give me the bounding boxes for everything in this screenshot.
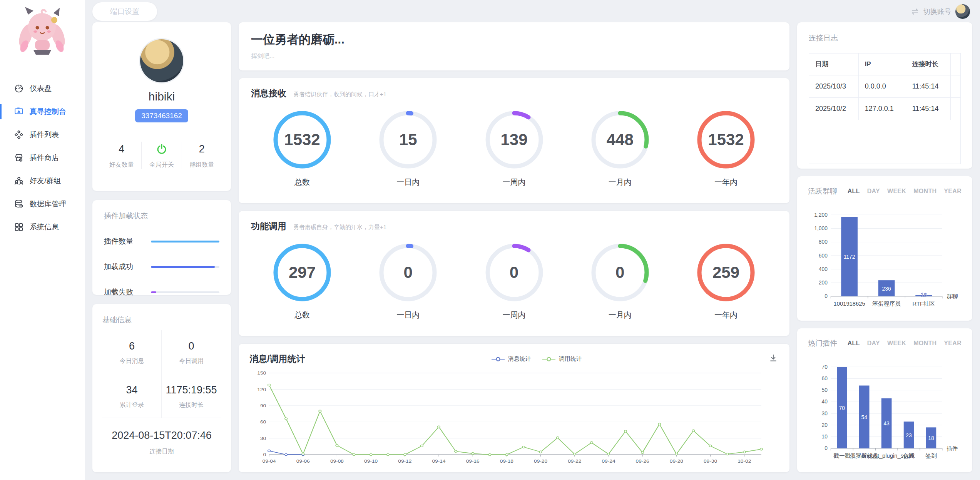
legend-line-icon <box>491 356 505 362</box>
uid-badge: 3373463162 <box>135 109 188 122</box>
svg-text:400: 400 <box>819 266 828 272</box>
svg-text:09-24: 09-24 <box>602 459 615 464</box>
stat-ring: 0一周内 <box>485 244 543 320</box>
sidebar-item-label: 插件列表 <box>30 130 59 140</box>
tab-day[interactable]: DAY <box>867 340 880 347</box>
svg-text:0: 0 <box>263 452 266 457</box>
ring-label: 一月内 <box>591 310 649 320</box>
basic-info-grid: 6今日消息0今日调用34累计登录1175:19:55连接时长 <box>102 330 221 418</box>
ring-value: 15 <box>379 111 437 169</box>
system-icon <box>14 222 24 232</box>
tab-week[interactable]: WEEK <box>887 340 906 347</box>
ring-label: 一周内 <box>485 310 543 320</box>
svg-text:23: 23 <box>906 432 912 438</box>
sidebar-item-dashboard[interactable]: 仪表盘 <box>0 77 85 100</box>
svg-text:30: 30 <box>822 410 828 416</box>
global-switch[interactable]: 全局开关 <box>141 142 181 169</box>
stat-value: 0 <box>162 340 221 352</box>
stat-ring: 448一月内 <box>591 111 649 187</box>
active-groups-chart: 02004006008001,0001,20011721001918625236… <box>808 202 962 317</box>
sidebar-item-label: 好友/群组 <box>30 176 61 186</box>
hero-title: 一位勇者的磨砺... <box>251 32 777 48</box>
sidebar-item-console[interactable]: 真寻控制台 <box>0 100 85 123</box>
svg-text:插件: 插件 <box>947 445 958 452</box>
svg-text:签到: 签到 <box>925 452 937 458</box>
stat-value: 6 <box>102 340 161 352</box>
svg-text:18: 18 <box>928 435 934 441</box>
log-cell: 11:45:14 <box>906 97 950 120</box>
basic-info-title: 基础信息 <box>102 315 221 325</box>
tab-year[interactable]: YEAR <box>944 188 962 195</box>
ring-value: 1532 <box>273 111 331 169</box>
svg-text:200: 200 <box>819 279 828 286</box>
tab-year[interactable]: YEAR <box>944 340 962 347</box>
stat-label: 连接时长 <box>162 401 221 409</box>
sidebar-item-plugin-list[interactable]: 插件列表 <box>0 123 85 146</box>
stat-cell: 34累计登录 <box>102 374 162 418</box>
log-cell: 11:45:14 <box>906 75 950 97</box>
tab-all[interactable]: ALL <box>848 340 860 347</box>
friend-count-value: 4 <box>102 142 141 156</box>
svg-text:1172: 1172 <box>844 254 855 260</box>
tab-all[interactable]: ALL <box>848 188 860 195</box>
ring-label: 一年内 <box>697 177 755 187</box>
log-cell: 127.0.0.1 <box>858 97 906 120</box>
tab-month[interactable]: MONTH <box>913 188 937 195</box>
feature-stats-card: 功能调用 勇者磨砺自身，辛勤的汗水，力量+1 297总数0一日内0一周内0一月内… <box>239 211 789 336</box>
ring-value: 0 <box>379 244 437 301</box>
hot-plugins-tabs: ALLDAYWEEKMONTHYEAR <box>848 340 962 347</box>
active-groups-title: 活跃群聊 <box>808 186 837 196</box>
tab-day[interactable]: DAY <box>867 188 880 195</box>
svg-text:09-20: 09-20 <box>534 459 547 464</box>
friend-count-label: 好友数量 <box>102 161 141 169</box>
svg-text:0: 0 <box>824 445 828 451</box>
svg-text:09-12: 09-12 <box>398 459 411 464</box>
legend-item-1[interactable]: 调用统计 <box>542 355 582 363</box>
switch-account-button[interactable]: 切换账号 <box>911 4 970 19</box>
progress-label: 加载成功 <box>104 262 151 272</box>
svg-text:1,200: 1,200 <box>814 212 828 218</box>
dashboard-icon <box>14 84 24 94</box>
sidebar-item-plugin-store[interactable]: 插件商店 <box>0 146 85 169</box>
legend-line-icon <box>542 356 556 362</box>
log-cell: 2025/10/2 <box>809 97 858 120</box>
progress-label: 加载失败 <box>104 287 151 297</box>
download-icon <box>769 354 778 363</box>
ring-value: 139 <box>485 111 543 169</box>
port-settings-button[interactable]: 端口设置 <box>92 2 157 21</box>
progress-label: 插件数量 <box>104 236 151 246</box>
plugin-status-card: 插件加载状态 插件数量加载成功加载失败 <box>92 200 231 295</box>
stat-ring: 297总数 <box>273 244 331 320</box>
svg-text:09-26: 09-26 <box>636 459 649 464</box>
svg-text:10: 10 <box>822 433 828 440</box>
hot-plugins-chart: 01020304050607070戳一戳54俄罗斯轮盘43nonebot_plu… <box>808 354 962 469</box>
ring-label: 一日内 <box>379 310 437 320</box>
sidebar-item-friends[interactable]: 好友/群组 <box>0 169 85 192</box>
group-count-value: 2 <box>182 142 222 156</box>
account-avatar[interactable] <box>955 4 970 19</box>
log-col-header: 日期 <box>809 54 858 75</box>
download-button[interactable] <box>768 353 779 365</box>
svg-text:1,000: 1,000 <box>814 225 828 231</box>
tab-month[interactable]: MONTH <box>913 340 937 347</box>
user-avatar[interactable] <box>140 39 183 82</box>
power-icon <box>156 143 167 155</box>
progress-track <box>151 266 219 268</box>
sidebar-item-database[interactable]: 数据库管理 <box>0 192 85 216</box>
progress-row: 加载成功 <box>104 262 219 272</box>
hero-subtitle: 挥剑吧... <box>251 52 777 60</box>
ring-value: 0 <box>485 244 543 301</box>
svg-text:20: 20 <box>822 421 828 428</box>
tab-week[interactable]: WEEK <box>887 188 906 195</box>
stat-cell: 0今日调用 <box>162 330 221 374</box>
plugin-list-icon <box>14 130 24 140</box>
friend-count-stat: 4 好友数量 <box>102 142 141 169</box>
ring-value: 448 <box>591 111 649 169</box>
stat-ring: 259一年内 <box>697 244 755 320</box>
connect-log-title: 连接日志 <box>809 33 961 43</box>
legend-item-0[interactable]: 消息统计 <box>491 355 531 363</box>
topbar: 端口设置 切换账号 <box>85 0 980 20</box>
sidebar-item-system[interactable]: 系统信息 <box>0 216 85 239</box>
database-icon <box>14 199 24 209</box>
ring-label: 一月内 <box>591 177 649 187</box>
